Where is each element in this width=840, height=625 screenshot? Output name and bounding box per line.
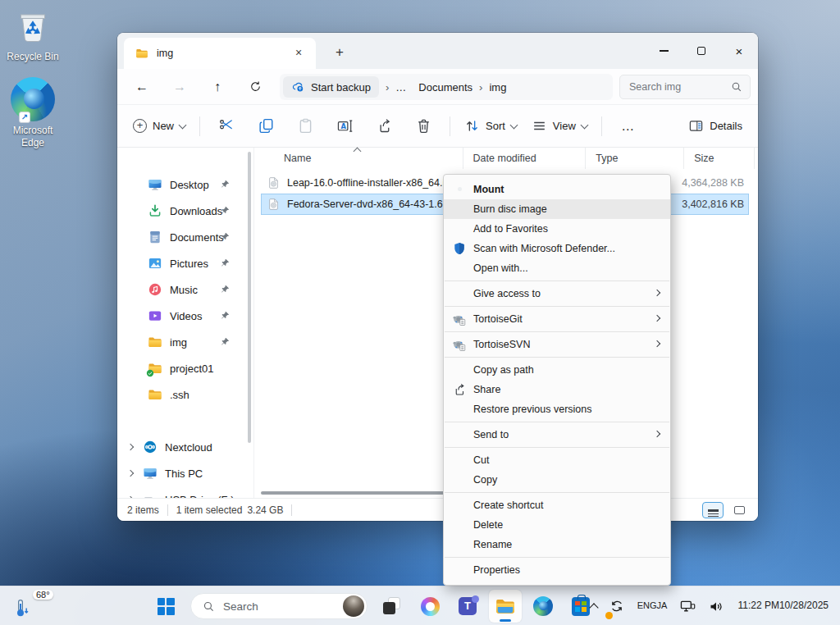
sidebar-item-this-pc[interactable]: This PC — [117, 460, 253, 486]
menu-item-tortoisesvn[interactable]: TortoiseSVN — [444, 335, 670, 354]
menu-item-cut[interactable]: Cut — [444, 450, 670, 470]
copy-button[interactable] — [250, 112, 281, 141]
sidebar-item-videos[interactable]: Videos — [117, 303, 253, 329]
rename-button[interactable] — [329, 112, 360, 141]
menu-item-scan-with-defender[interactable]: Scan with Microsoft Defender... — [444, 239, 670, 258]
menu-item-delete[interactable]: Delete — [444, 515, 670, 535]
file-explorer-button[interactable] — [489, 590, 522, 623]
tab-bar: img × + × — [117, 33, 758, 69]
sync-status-button[interactable] — [605, 591, 629, 621]
share-button[interactable] — [368, 112, 399, 141]
column-header-date-modified[interactable]: Date modified — [463, 148, 587, 169]
pin-icon — [220, 284, 231, 294]
tortoisegit-icon — [452, 312, 467, 326]
pictures-icon — [148, 256, 162, 271]
menu-item-send-to[interactable]: Send to — [444, 425, 670, 445]
sidebar-item-img[interactable]: img — [117, 329, 253, 355]
chevron-down-icon — [509, 121, 518, 129]
network-button[interactable] — [675, 591, 701, 621]
context-menu: Mount Burn disc image Add to Favorites S… — [443, 174, 671, 586]
view-button[interactable]: View — [524, 112, 595, 141]
menu-item-share[interactable]: Share — [444, 380, 670, 399]
sidebar-item-music[interactable]: Music — [117, 276, 253, 303]
desktop-icon-microsoft-edge[interactable]: ↗ Microsoft Edge — [1, 77, 65, 149]
tray-chevron-up-button[interactable] — [587, 591, 601, 621]
column-header-size[interactable]: Size — [684, 148, 755, 169]
menu-item-rename[interactable]: Rename — [444, 535, 670, 554]
submenu-arrow-icon — [654, 290, 660, 296]
menu-item-properties[interactable]: Properties — [444, 560, 670, 580]
copilot-button[interactable] — [413, 590, 446, 623]
teams-button[interactable]: T — [451, 590, 484, 623]
close-button[interactable]: × — [720, 33, 758, 69]
menu-item-create-shortcut[interactable]: Create shortcut — [444, 495, 670, 515]
new-button[interactable]: + New — [126, 112, 193, 141]
start-button[interactable] — [149, 590, 182, 623]
up-button[interactable]: ↑ — [203, 74, 232, 100]
sort-label: Sort — [486, 120, 505, 132]
start-backup-button[interactable]: Start backup — [283, 76, 379, 98]
weather-widget[interactable]: 68° — [11, 591, 69, 621]
sidebar-item-downloads[interactable]: Downloads — [117, 198, 253, 224]
breadcrumb-ellipsis[interactable]: … — [395, 81, 407, 94]
refresh-button[interactable] — [240, 74, 270, 100]
taskbar-search[interactable]: Search — [190, 593, 368, 619]
menu-separator — [445, 447, 669, 448]
menu-item-add-to-favorites[interactable]: Add to Favorites — [444, 219, 670, 239]
menu-item-tortoisegit[interactable]: TortoiseGit — [444, 309, 670, 329]
search-highlight-image[interactable] — [343, 595, 364, 617]
desktop-icon-recycle-bin[interactable]: Recycle Bin — [1, 7, 65, 63]
menu-item-open-with[interactable]: Open with... — [444, 258, 670, 278]
search-input[interactable] — [629, 81, 730, 93]
clock[interactable]: 11:22 PM 10/28/2025 — [733, 591, 835, 621]
chevron-expand-icon[interactable] — [127, 470, 134, 477]
large-icons-view-toggle[interactable] — [728, 502, 750, 518]
downloads-icon — [148, 203, 162, 218]
windows-logo-icon — [158, 598, 175, 615]
column-header-name[interactable]: Name — [261, 148, 463, 169]
desktop-icon — [148, 177, 162, 192]
menu-item-mount[interactable]: Mount — [444, 180, 670, 199]
sort-button[interactable]: Sort — [457, 112, 524, 141]
maximize-button[interactable] — [682, 33, 720, 69]
delete-icon — [415, 117, 432, 135]
menu-item-burn-disc-image[interactable]: Burn disc image — [444, 199, 670, 219]
sidebar-item-project01[interactable]: project01 — [117, 355, 253, 381]
edge-button[interactable] — [527, 590, 559, 623]
tab-img[interactable]: img × — [124, 38, 316, 69]
menu-item-copy-as-path[interactable]: Copy as path — [444, 360, 670, 380]
column-header-type[interactable]: Type — [586, 148, 684, 169]
sidebar-item-ssh[interactable]: .ssh — [117, 381, 253, 408]
tab-close-icon[interactable]: × — [290, 44, 308, 62]
sidebar-scrollbar[interactable] — [248, 152, 251, 443]
plus-circle-icon: + — [133, 119, 147, 133]
minimize-button[interactable] — [645, 33, 682, 69]
tab-title: img — [157, 48, 290, 59]
paste-button[interactable] — [290, 112, 321, 141]
menu-item-restore-previous-versions[interactable]: Restore previous versions — [444, 399, 670, 419]
breadcrumb-documents[interactable]: Documents — [418, 81, 472, 94]
menu-item-give-access-to[interactable]: Give access to — [444, 284, 670, 303]
details-pane-button[interactable]: Details — [681, 112, 750, 141]
search-box[interactable] — [619, 75, 751, 99]
cut-button[interactable] — [211, 112, 242, 141]
sidebar-item-documents[interactable]: Documents — [117, 224, 253, 250]
menu-item-copy[interactable]: Copy — [444, 470, 670, 490]
videos-icon — [148, 308, 162, 323]
delete-button[interactable] — [408, 112, 439, 141]
chevron-expand-icon[interactable] — [127, 444, 134, 450]
sidebar-item-usb-drive[interactable]: USB Drive (F:) — [117, 486, 253, 498]
breadcrumb-img[interactable]: img — [489, 81, 506, 94]
back-button[interactable]: ← — [127, 74, 157, 100]
sidebar-item-pictures[interactable]: Pictures — [117, 250, 253, 276]
task-view-button[interactable] — [376, 590, 409, 623]
details-view-toggle[interactable] — [702, 502, 724, 518]
sidebar-item-desktop[interactable]: Desktop — [117, 171, 253, 198]
this-pc-icon — [143, 466, 158, 481]
language-indicator[interactable]: ENG JA — [632, 591, 673, 621]
new-tab-button[interactable]: + — [329, 43, 350, 64]
sidebar-item-nextcloud[interactable]: Nextcloud — [117, 434, 253, 460]
more-options-button[interactable]: … — [613, 112, 644, 141]
volume-button[interactable] — [704, 591, 729, 621]
forward-button[interactable]: → — [165, 74, 194, 100]
